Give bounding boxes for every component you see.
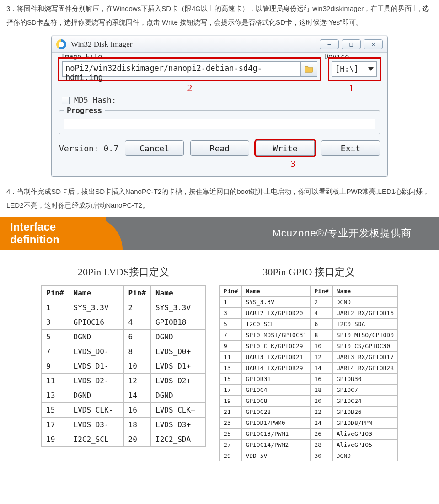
table-cell: 3 xyxy=(42,315,69,330)
device-value: [H:\] xyxy=(335,64,359,74)
table-row: 27GPIOC14/PWM228AliveGPIO5 xyxy=(220,440,398,450)
win32-screenshot: Win32 Disk Imager — □ ✕ Image File Devic… xyxy=(0,31,439,183)
table-cell: UART3_RX/GPIOD17 xyxy=(332,352,397,363)
table-cell: AliveGPIO5 xyxy=(332,440,397,450)
table-cell: GPIOB30 xyxy=(332,374,397,385)
table-cell: 13 xyxy=(42,388,69,403)
table-cell: 17 xyxy=(220,385,242,396)
table-cell: 6 xyxy=(123,330,151,344)
table-row: 11UART3_TX/GPIOD2112UART3_RX/GPIOD17 xyxy=(220,352,398,363)
table-row: 13UART4_TX/GPIOB2914UART4_RX/GPIOB28 xyxy=(220,363,398,374)
table-cell: 14 xyxy=(123,388,151,403)
table-cell: 2 xyxy=(123,300,151,315)
table-cell: 4 xyxy=(311,308,332,319)
read-button[interactable]: Read xyxy=(190,140,249,156)
table-cell: 27 xyxy=(220,440,242,450)
table-cell: GPIOB18 xyxy=(151,315,206,330)
lvds-table: Pin#NamePin#Name 1SYS_3.3V2SYS_3.3V3GPIO… xyxy=(41,285,206,447)
window-close-button[interactable]: ✕ xyxy=(364,39,383,49)
table-cell: I2C0_SDA xyxy=(332,319,397,330)
table-col-header: Pin# xyxy=(42,286,69,300)
table-row: 1SYS_3.3V2DGND xyxy=(220,297,398,308)
table-cell: GPIOC8 xyxy=(242,396,311,407)
table-col-header: Name xyxy=(151,286,206,300)
table-cell: 16 xyxy=(311,374,332,385)
table-col-header: Name xyxy=(242,286,311,297)
table-row: 17GPIOC418GPIOC7 xyxy=(220,385,398,396)
table-row: 3UART2_TX/GPIOD204UART2_RX/GPIOD16 xyxy=(220,308,398,319)
table-col-header: Pin# xyxy=(311,286,332,297)
table-cell: I2C2_SDA xyxy=(151,432,206,447)
table-cell: DGND xyxy=(151,388,206,403)
table-cell: UART2_RX/GPIOD16 xyxy=(332,308,397,319)
table-cell: LVDS_D2+ xyxy=(151,374,206,388)
window-title: Win32 Disk Imager xyxy=(71,40,315,49)
exit-button[interactable]: Exit xyxy=(321,140,380,156)
md5-checkbox[interactable] xyxy=(62,97,70,104)
table-cell: SPI0_CS/GPIOC30 xyxy=(332,341,397,352)
table-row: 17LVDS_D3-18LVDS_D3+ xyxy=(42,418,206,432)
section-banner: Interface definition Mcuzone®/专业开发板提供商 xyxy=(0,217,439,250)
table-cell: GPIOC16 xyxy=(69,315,123,330)
table-cell: 9 xyxy=(42,359,69,374)
table-cell: GPIOC24 xyxy=(332,396,397,407)
table-row: 3GPIOC164GPIOB18 xyxy=(42,315,206,330)
table-cell: I2C0_SCL xyxy=(242,319,311,330)
table-cell: 3 xyxy=(220,308,242,319)
table-cell: 23 xyxy=(220,418,242,429)
table-row: 1SYS_3.3V2SYS_3.3V xyxy=(42,300,206,315)
step-4-text: 4．当制作完成SD卡后，拔出SD卡插入NanoPC-T2的卡槽，按住靠近网口的b… xyxy=(0,183,439,214)
write-button[interactable]: Write xyxy=(256,140,315,156)
table-cell: 12 xyxy=(123,374,151,388)
table-cell: 15 xyxy=(220,374,242,385)
table-row: 29VDD_5V30DGND xyxy=(220,450,398,461)
cancel-button[interactable]: Cancel xyxy=(125,140,184,156)
table-cell: SPI0_MISO/GPIOD0 xyxy=(332,330,397,341)
table-cell: SYS_3.3V xyxy=(242,297,311,308)
table-cell: 1 xyxy=(42,300,69,315)
window-minimize-button[interactable]: — xyxy=(320,39,339,49)
table-cell: GPIOB26 xyxy=(332,407,397,418)
banner-left-line2: definition xyxy=(10,233,106,246)
app-icon xyxy=(56,39,66,49)
table-cell: GPIOC4 xyxy=(242,385,311,396)
device-highlight: [H:\] xyxy=(328,57,381,81)
table-row: 7SPI0_MOSI/GPIOC318SPI0_MISO/GPIOD0 xyxy=(220,330,398,341)
step-3-text: 3．将固件和烧写固件分别解压，在Windows下插入SD卡（限4G以上的高速卡）… xyxy=(0,0,439,31)
table-cell: 1 xyxy=(220,297,242,308)
table-cell: DGND xyxy=(151,330,206,344)
table-cell: GPIOB31 xyxy=(242,374,311,385)
progress-group: Progress xyxy=(59,110,380,134)
table-cell: SYS_3.3V xyxy=(151,300,206,315)
table-cell: DGND xyxy=(69,388,123,403)
callout-2: 2 xyxy=(58,82,321,94)
table-cell: 13 xyxy=(220,363,242,374)
image-path-input[interactable]: noPi2/win32diskimager/nanopi2-debian-sd4… xyxy=(62,61,301,77)
table-cell: 24 xyxy=(311,418,332,429)
table-cell: LVDS_D3+ xyxy=(151,418,206,432)
table-cell: 28 xyxy=(311,440,332,450)
table-col-header: Pin# xyxy=(220,286,242,297)
table-cell: 18 xyxy=(123,418,151,432)
table-row: 21GPIOC2822GPIOB26 xyxy=(220,407,398,418)
table-cell: 6 xyxy=(311,319,332,330)
table-col-header: Name xyxy=(332,286,397,297)
table-cell: LVDS_D2- xyxy=(69,374,123,388)
browse-button[interactable] xyxy=(301,61,317,77)
table-cell: UART4_RX/GPIOB28 xyxy=(332,363,397,374)
table-cell: SPI0_CLK/GPIOC29 xyxy=(242,341,311,352)
gpio-caption: 30Pin GPIO 接口定义 xyxy=(220,265,398,285)
table-cell: AliveGPIO3 xyxy=(332,429,397,440)
table-cell: 12 xyxy=(311,352,332,363)
window-maximize-button[interactable]: □ xyxy=(342,39,361,49)
folder-icon xyxy=(305,65,314,73)
table-cell: GPIOC7 xyxy=(332,385,397,396)
table-cell: 14 xyxy=(311,363,332,374)
table-cell: 26 xyxy=(311,429,332,440)
device-select[interactable]: [H:\] xyxy=(332,61,377,77)
progress-bar xyxy=(64,119,375,129)
titlebar: Win32 Disk Imager — □ ✕ xyxy=(52,36,387,53)
table-cell: 7 xyxy=(220,330,242,341)
table-cell: UART3_TX/GPIOD21 xyxy=(242,352,311,363)
table-cell: 11 xyxy=(42,374,69,388)
